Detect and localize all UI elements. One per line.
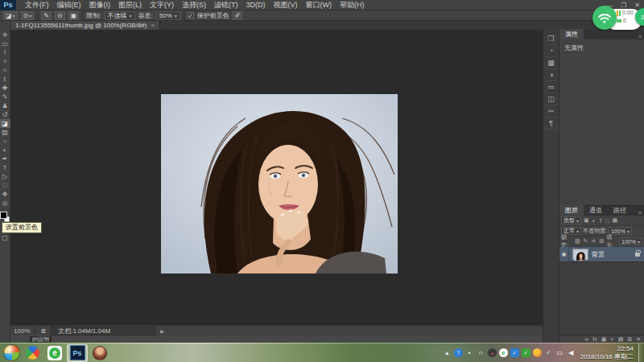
healing-brush-tool[interactable]: ✚	[0, 84, 10, 93]
show-desktop-button[interactable]	[638, 343, 642, 362]
lock-all-icon[interactable]: ⊞	[598, 238, 605, 245]
delete-layer-icon[interactable]: ✕	[636, 336, 641, 343]
taskbar-360-safety[interactable]	[22, 344, 43, 362]
taskbar-browser[interactable]: e	[44, 344, 65, 362]
move-tool[interactable]: ✛	[0, 31, 10, 39]
panel-menu-icon[interactable]: ≡	[638, 34, 644, 39]
menu-view[interactable]: 视图(V)	[270, 0, 302, 10]
tab-channels[interactable]: 通道	[584, 205, 608, 216]
clone-stamp-tool[interactable]: ♟	[0, 101, 10, 110]
crop-tool[interactable]: ⌗	[0, 66, 10, 75]
fill-select[interactable]: 100% ▾	[619, 237, 642, 245]
menu-file[interactable]: 文件(F)	[21, 0, 53, 10]
tool-preset-picker[interactable]: ◪ ▾	[3, 11, 18, 20]
menu-select[interactable]: 选择(S)	[178, 0, 210, 10]
lock-pixels-icon[interactable]: ✎	[583, 238, 589, 245]
layer-name[interactable]: 背景	[592, 250, 635, 259]
filter-shape-icon[interactable]: □	[605, 218, 609, 224]
marquee-tool[interactable]: ▭	[0, 39, 10, 48]
filter-adjustment-icon[interactable]: ◐	[592, 218, 597, 224]
panel-menu-icon[interactable]: ≡	[638, 210, 644, 216]
new-layer-icon[interactable]: ⊞	[627, 336, 632, 343]
pen-tool[interactable]: ✒	[0, 154, 10, 163]
taskbar-photoshop[interactable]: Ps	[67, 344, 88, 362]
menu-3d[interactable]: 3D(D)	[242, 1, 270, 9]
guard-shield-tray-icon[interactable]: ✓	[522, 348, 530, 357]
help-tray-icon[interactable]: ?	[454, 348, 463, 357]
menu-window[interactable]: 窗口(W)	[302, 0, 336, 10]
sampling-once-button[interactable]: ⊙	[55, 11, 65, 20]
brush-preset-picker[interactable]: ⊙ ▾	[21, 11, 35, 20]
menu-edit[interactable]: 编辑(E)	[53, 0, 85, 10]
adjustments-panel-button[interactable]: ◑	[545, 69, 558, 81]
filter-pixel-icon[interactable]: ▣	[583, 217, 590, 224]
sampling-swatch-button[interactable]: ▣	[68, 11, 80, 20]
pen-pressure-button[interactable]: ✐	[233, 11, 243, 20]
blur-tool[interactable]: ○	[0, 137, 10, 146]
canvas[interactable]	[10, 30, 543, 325]
brush-tool[interactable]: ✎	[0, 93, 10, 101]
open-image[interactable]	[161, 94, 398, 274]
menu-type[interactable]: 文字(Y)	[146, 0, 178, 10]
swatches-panel-button[interactable]: ▦	[545, 57, 558, 69]
menu-image[interactable]: 图像(I)	[85, 0, 115, 10]
layer-row-background[interactable]: ◉ 背景	[559, 247, 644, 262]
info-panel-button[interactable]: ◫	[545, 93, 558, 105]
network-tray-icon[interactable]: ▭	[555, 348, 564, 357]
antivirus-tray-icon[interactable]	[533, 348, 542, 357]
dodge-tool[interactable]: ◐	[0, 146, 10, 154]
zoom-level-field[interactable]: 100%	[14, 327, 30, 335]
lock-position-icon[interactable]: ✛	[590, 238, 597, 245]
tab-layers[interactable]: 图层	[559, 205, 584, 216]
filter-type-icon[interactable]: T	[598, 218, 603, 224]
volume-tray-icon[interactable]: ◀	[567, 348, 576, 357]
layer-group-icon[interactable]: ▤	[618, 336, 624, 343]
wifi-ball-button[interactable]	[592, 6, 617, 30]
eyedropper-tool[interactable]: ℓ	[0, 75, 10, 84]
menu-help[interactable]: 帮助(H)	[336, 0, 369, 10]
protect-foreground-checkbox[interactable]: ✓	[188, 12, 194, 19]
document-close-icon[interactable]: ×	[151, 22, 155, 29]
link-layers-icon[interactable]: ∞	[584, 336, 588, 342]
tab-properties[interactable]: 属性	[559, 29, 584, 39]
update-check-tray-icon[interactable]: ✓	[544, 348, 553, 357]
filter-smartobject-icon[interactable]: ▦	[611, 217, 618, 224]
shape-tool[interactable]: □	[0, 181, 10, 190]
styles-panel-button[interactable]: ≔	[545, 81, 558, 93]
browser-tray-icon[interactable]: e	[499, 348, 508, 357]
lasso-tool[interactable]: ⌇	[0, 48, 10, 57]
screen-mode-button[interactable]: ▢	[0, 233, 10, 242]
taskbar-clock[interactable]: 22:54 2018/10/16 星期二	[580, 345, 634, 361]
type-tool[interactable]: T	[0, 163, 10, 172]
adjustment-layer-icon[interactable]: ◐	[610, 336, 613, 342]
gradient-tool[interactable]: ▨	[0, 128, 10, 137]
filter-type-select[interactable]: 类型 ▾	[561, 216, 581, 224]
layer-mask-icon[interactable]: ▣	[601, 336, 607, 343]
tolerance-select[interactable]: 50% ▾	[156, 11, 180, 20]
foreground-color-swatch[interactable]	[0, 212, 7, 219]
paragraph-panel-button[interactable]: ¶	[545, 117, 558, 130]
history-panel-button[interactable]: ❐	[545, 33, 558, 45]
recorder-tray-icon[interactable]: ●	[488, 348, 497, 357]
lock-transparency-icon[interactable]: ▨	[574, 238, 581, 245]
security-shield-tray-icon[interactable]: ✓	[510, 348, 519, 357]
quick-selection-tool[interactable]: ✧	[0, 57, 10, 66]
layer-visibility-toggle[interactable]: ◉	[559, 247, 569, 261]
show-hidden-icons-button[interactable]: ▴	[443, 348, 452, 357]
layer-style-icon[interactable]: fx	[592, 336, 597, 342]
actions-panel-button[interactable]: ✂	[545, 105, 558, 117]
sampling-continuous-button[interactable]: ✎	[41, 11, 52, 20]
menu-layer[interactable]: 图层(L)	[114, 0, 146, 10]
input-method-tray-icon[interactable]: ▪	[465, 348, 474, 357]
layer-thumbnail[interactable]	[572, 249, 588, 260]
document-tab[interactable]: 1-1FQ113555611thumb.jpg @ 100%(RGB/8#) ×	[10, 21, 160, 30]
status-options-arrow-icon[interactable]: ▶	[160, 328, 164, 334]
history-brush-tool[interactable]: ↺	[0, 110, 10, 119]
menu-filter[interactable]: 滤镜(T)	[210, 0, 242, 10]
zoom-tool[interactable]: ◎	[0, 199, 10, 208]
background-eraser-tool[interactable]: ◪	[0, 119, 10, 128]
clone-source-panel-button[interactable]: ◔	[545, 45, 558, 57]
hand-tool[interactable]: ✥	[0, 190, 10, 199]
taskbar-media-app[interactable]	[89, 344, 110, 362]
path-selection-tool[interactable]: ▷	[0, 172, 10, 181]
